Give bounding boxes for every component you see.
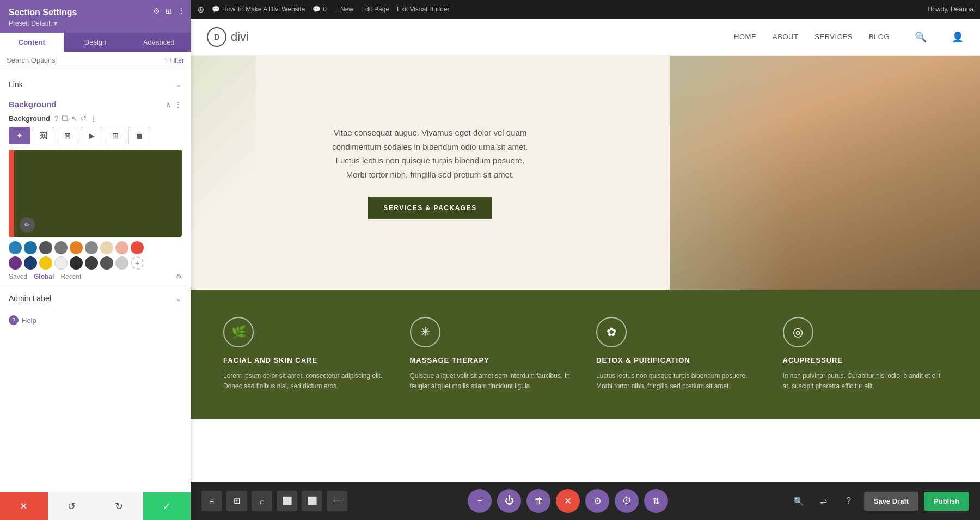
toolbar-history-btn[interactable]: ⏱ [615, 489, 639, 513]
toolbar-menu-btn[interactable]: ≡ [201, 491, 222, 511]
tab-advanced[interactable]: Advanced [127, 33, 191, 52]
saved-tab-recent[interactable]: Recent [60, 273, 81, 280]
bg-type-image-overlay[interactable]: ⊠ [57, 127, 78, 144]
bg-type-image[interactable]: 🖼 [33, 127, 54, 144]
toolbar-search-btn[interactable]: ⌕ [252, 491, 272, 511]
nav-services[interactable]: SERVICES [814, 33, 853, 41]
toolbar-grid-btn[interactable]: ⊞ [226, 491, 247, 511]
bg-collapse-icon[interactable]: ∧ [166, 100, 171, 109]
toolbar-zoom-btn[interactable]: 🔍 [789, 491, 808, 511]
leaf-decoration [191, 56, 256, 290]
toolbar-tablet-btn[interactable]: ⬜ [302, 491, 322, 511]
swatch-pink[interactable] [115, 241, 128, 254]
swatch-light[interactable] [54, 256, 68, 270]
toolbar-delete-btn[interactable]: 🗑 [526, 489, 550, 513]
service-desc-0: Lorem ipsum dolor sit amet, consectetur … [223, 371, 388, 391]
link-section-row[interactable]: Link ⌄ [0, 75, 191, 94]
swatch-gray3[interactable] [85, 241, 98, 254]
bottom-toolbar: ≡ ⊞ ⌕ ⬜ ⬜ ▭ + ⏻ 🗑 ✕ ⚙ ⏱ ⇅ 🔍 ⇌ ? Save Dra… [191, 482, 980, 520]
save-draft-button[interactable]: Save Draft [864, 492, 918, 511]
swatch-yellow[interactable] [39, 256, 52, 270]
swatch-add[interactable]: + [131, 256, 144, 270]
wp-exit-builder[interactable]: Exit Visual Builder [397, 5, 450, 13]
toolbar-close-btn[interactable]: ✕ [556, 489, 580, 513]
saved-tab-saved[interactable]: Saved [9, 273, 27, 280]
service-title-2: DETOX & PURIFICATION [596, 356, 690, 364]
nav-search-icon[interactable]: 🔍 [915, 31, 927, 43]
bg-type-solid[interactable]: ◼ [128, 127, 150, 144]
wp-edit-page[interactable]: Edit Page [361, 5, 389, 13]
footer-undo-btn[interactable]: ↺ [48, 492, 96, 520]
bg-options-icon[interactable]: ⋮ [90, 114, 97, 123]
toolbar-add-btn[interactable]: + [468, 489, 492, 513]
swatch-blue2[interactable] [24, 241, 37, 254]
swatch-dark3[interactable] [100, 256, 113, 270]
swatch-purple[interactable] [9, 256, 22, 270]
admin-label-row[interactable]: Admin Label ⌄ [0, 286, 191, 310]
wp-new[interactable]: + New [334, 5, 353, 13]
publish-button[interactable]: Publish [924, 492, 969, 511]
nav-user-icon[interactable]: 👤 [952, 31, 964, 43]
swatch-red[interactable] [131, 241, 144, 254]
bg-more-icon[interactable]: ⋮ [174, 100, 182, 109]
filter-button[interactable]: + Filter [164, 57, 184, 64]
tab-design[interactable]: Design [64, 33, 127, 52]
service-item-2: ✿ DETOX & PURIFICATION Luctus lectus non… [596, 317, 761, 391]
toolbar-settings-btn[interactable]: ⚙ [585, 489, 609, 513]
service-desc-2: Luctus lectus non quisque turpis bibendu… [596, 371, 761, 391]
hero-cta-button[interactable]: SERVICES & PACKAGES [368, 197, 492, 219]
swatch-dark2[interactable] [85, 256, 98, 270]
nav-about[interactable]: ABOUT [773, 33, 798, 41]
background-section-title: Background [9, 100, 57, 109]
toolbar-desktop-btn[interactable]: ⬜ [277, 491, 297, 511]
toolbar-help-btn[interactable]: ? [839, 491, 859, 511]
bg-type-video[interactable]: ▶ [81, 127, 102, 144]
toolbar-mobile-btn[interactable]: ▭ [327, 491, 347, 511]
panel-columns-icon[interactable]: ⊞ [166, 7, 172, 15]
toolbar-responsive-btn[interactable]: ⇌ [814, 491, 834, 511]
swatch-gray2[interactable] [54, 241, 68, 254]
panel-more-icon[interactable]: ⋮ [177, 7, 185, 15]
service-desc-1: Quisque aliquet velit sit amet sem inter… [410, 371, 575, 391]
hero-photo-overlay [670, 56, 980, 290]
panel-settings-icon[interactable]: ⚙ [153, 7, 160, 15]
admin-label-arrow: ⌄ [175, 293, 182, 303]
bg-cursor-icon[interactable]: ↖ [71, 114, 77, 123]
color-picker-area[interactable]: ↓ ✏ [9, 150, 182, 237]
footer-cancel-btn[interactable]: ✕ [0, 492, 48, 520]
wp-logo-icon[interactable]: ⊛ [197, 4, 204, 15]
search-input[interactable] [7, 56, 161, 64]
wp-site-name[interactable]: 💬 How To Make A Divi Website [212, 5, 305, 13]
bg-help-icon[interactable]: ? [54, 114, 58, 123]
help-row[interactable]: ? Help [0, 310, 191, 331]
bg-copy-icon[interactable]: ☐ [62, 114, 68, 123]
divi-logo-icon: D [207, 27, 226, 47]
swatch-orange[interactable] [70, 241, 83, 254]
bg-type-slideshow[interactable]: ⊞ [105, 127, 126, 144]
eyedropper-button[interactable]: ✏ [20, 217, 35, 233]
swatch-beige[interactable] [100, 241, 113, 254]
bg-type-gradient[interactable]: ✦ [9, 127, 30, 144]
swatch-blue1[interactable] [9, 241, 22, 254]
swatch-gray4[interactable] [115, 256, 128, 270]
color-swatches-row1 [9, 241, 182, 254]
toolbar-power-btn[interactable]: ⏻ [497, 489, 521, 513]
service-icon-0: 🌿 [223, 317, 254, 347]
toolbar-sort-btn[interactable]: ⇅ [644, 489, 668, 513]
swatch-dark1[interactable] [70, 256, 83, 270]
saved-tab-global[interactable]: Global [34, 273, 54, 280]
saved-tabs: Saved Global Recent ⚙ [9, 273, 182, 280]
footer-redo-btn[interactable]: ↻ [95, 492, 143, 520]
saved-tab-settings-icon[interactable]: ⚙ [176, 273, 182, 280]
swatch-navy[interactable] [24, 256, 37, 270]
wp-user-greeting[interactable]: Howdy, Deanna [928, 5, 974, 13]
footer-save-btn[interactable]: ✓ [143, 492, 191, 520]
nav-blog[interactable]: BLOG [869, 33, 890, 41]
nav-home[interactable]: HOME [734, 33, 756, 41]
swatch-gray1[interactable] [39, 241, 52, 254]
wp-comments[interactable]: 💬 0 [313, 5, 327, 13]
panel-preset[interactable]: Preset: Default ▾ [9, 20, 182, 27]
hero-body-text: Vitae consequat augue. Vivamus eget dolo… [332, 126, 528, 181]
tab-content[interactable]: Content [0, 33, 64, 52]
bg-reset-icon[interactable]: ↺ [81, 114, 87, 123]
